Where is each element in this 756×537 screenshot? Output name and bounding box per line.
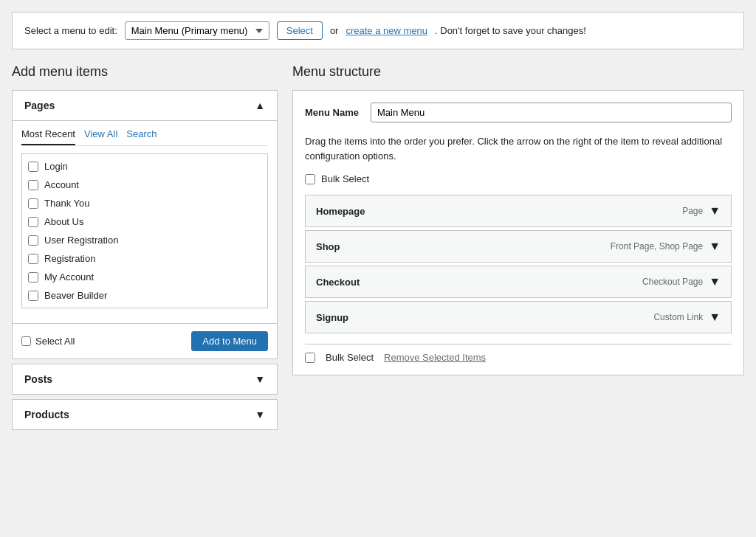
products-panel-title: Products bbox=[24, 409, 69, 420]
bulk-select-top-checkbox[interactable] bbox=[305, 174, 315, 184]
pages-tabs: Most Recent View All Search bbox=[21, 128, 268, 146]
products-panel-expand-icon[interactable]: ▼ bbox=[255, 409, 265, 420]
menu-item-right: Custom Link▼ bbox=[653, 311, 721, 324]
chevron-down-icon[interactable]: ▼ bbox=[709, 311, 721, 324]
menu-item-name: Homepage bbox=[316, 206, 365, 217]
list-item[interactable]: Registration bbox=[22, 249, 267, 268]
bulk-select-bottom-checkbox[interactable] bbox=[305, 353, 315, 363]
chevron-down-icon[interactable]: ▼ bbox=[709, 240, 721, 253]
pages-panel-footer: Select All Add to Menu bbox=[13, 323, 277, 358]
bulk-select-bottom-row: Bulk Select Remove Selected Items bbox=[305, 344, 732, 363]
table-row[interactable]: HomepagePage▼ bbox=[305, 195, 732, 227]
menu-name-label: Menu Name bbox=[305, 107, 359, 118]
page-item-label: Account bbox=[44, 179, 79, 190]
page-item-label: About Us bbox=[44, 216, 83, 227]
list-item[interactable]: Login bbox=[22, 157, 267, 176]
bulk-select-bottom-label: Bulk Select bbox=[326, 352, 374, 363]
pages-panel-title: Pages bbox=[24, 100, 55, 111]
instruction-text: Drag the items into the order you prefer… bbox=[305, 134, 732, 163]
menu-structure-panel: Menu Name Drag the items into the order … bbox=[292, 90, 744, 375]
menu-item-right: Page▼ bbox=[682, 204, 721, 218]
menu-name-row: Menu Name bbox=[305, 103, 732, 122]
add-to-menu-button[interactable]: Add to Menu bbox=[191, 331, 268, 351]
page-checkbox[interactable] bbox=[28, 198, 38, 209]
pages-list-wrapper: LoginAccountThank YouAbout UsUser Regist… bbox=[21, 153, 268, 308]
select-all-wrapper: Select All bbox=[21, 336, 75, 347]
remove-selected-link[interactable]: Remove Selected Items bbox=[384, 352, 486, 363]
page-checkbox[interactable] bbox=[28, 162, 38, 172]
menu-item-left: Shop bbox=[316, 241, 340, 252]
menu-item-name: Signup bbox=[316, 312, 348, 323]
menu-item-right: Checkout Page▼ bbox=[642, 275, 721, 288]
posts-panel-expand-icon[interactable]: ▼ bbox=[255, 373, 265, 385]
page-checkbox[interactable] bbox=[28, 272, 38, 283]
or-text: or bbox=[330, 25, 339, 36]
list-item[interactable]: User Registration bbox=[22, 231, 267, 249]
products-panel-header[interactable]: Products ▼ bbox=[13, 400, 277, 429]
page-checkbox[interactable] bbox=[28, 291, 38, 301]
products-panel: Products ▼ bbox=[12, 399, 278, 430]
bulk-select-top-label: Bulk Select bbox=[321, 173, 369, 184]
posts-panel-header[interactable]: Posts ▼ bbox=[13, 364, 277, 394]
list-item[interactable]: Beaver Builder bbox=[22, 286, 267, 305]
menu-item-meta: Page bbox=[682, 206, 703, 216]
page-checkbox[interactable] bbox=[28, 235, 38, 246]
tab-search[interactable]: Search bbox=[126, 128, 157, 145]
list-item[interactable]: Thank You bbox=[22, 194, 267, 212]
page-checkbox[interactable] bbox=[28, 217, 38, 227]
menu-item-name: Shop bbox=[316, 241, 340, 252]
page-checkbox[interactable] bbox=[28, 180, 38, 190]
table-row[interactable]: SignupCustom Link▼ bbox=[305, 301, 732, 333]
table-row[interactable]: ShopFront Page, Shop Page▼ bbox=[305, 230, 732, 263]
page-item-label: Thank You bbox=[44, 198, 89, 209]
menu-item-meta: Front Page, Shop Page bbox=[611, 241, 703, 252]
page-item-label: Registration bbox=[44, 253, 95, 264]
create-new-menu-link[interactable]: create a new menu bbox=[346, 25, 427, 36]
bulk-select-top-row: Bulk Select bbox=[305, 173, 732, 184]
menu-select-dropdown[interactable]: Main Menu (Primary menu)Footer MenuSecon… bbox=[125, 21, 269, 40]
page-item-label: User Registration bbox=[44, 235, 118, 246]
tab-view-all[interactable]: View All bbox=[84, 128, 117, 145]
pages-panel-collapse-icon[interactable]: ▲ bbox=[255, 100, 265, 111]
right-column: Menu structure Menu Name Drag the items … bbox=[292, 64, 744, 375]
menu-item-name: Checkout bbox=[316, 277, 360, 288]
tab-most-recent[interactable]: Most Recent bbox=[21, 128, 75, 145]
menu-name-input[interactable] bbox=[371, 103, 732, 122]
posts-panel-title: Posts bbox=[24, 373, 52, 385]
chevron-down-icon[interactable]: ▼ bbox=[709, 275, 721, 288]
select-all-checkbox[interactable] bbox=[21, 336, 31, 346]
chevron-down-icon[interactable]: ▼ bbox=[709, 204, 721, 218]
menu-item-right: Front Page, Shop Page▼ bbox=[611, 240, 721, 253]
page-checkbox[interactable] bbox=[28, 254, 38, 264]
page-item-label: Beaver Builder bbox=[44, 290, 107, 301]
menu-item-left: Homepage bbox=[316, 206, 365, 217]
select-all-label: Select All bbox=[35, 336, 75, 347]
table-row[interactable]: CheckoutCheckout Page▼ bbox=[305, 266, 732, 298]
pages-panel-body: Most Recent View All Search LoginAccount… bbox=[13, 120, 277, 323]
reminder-text: . Don't forget to save your changes! bbox=[435, 25, 586, 36]
pages-panel: Pages ▲ Most Recent View All Search Logi… bbox=[12, 90, 278, 359]
pages-panel-header[interactable]: Pages ▲ bbox=[13, 91, 277, 120]
add-menu-items-heading: Add menu items bbox=[12, 64, 278, 80]
page-item-label: Login bbox=[44, 161, 68, 172]
list-item[interactable]: My Account bbox=[22, 268, 267, 286]
menu-item-meta: Checkout Page bbox=[642, 277, 703, 287]
posts-panel: Posts ▼ bbox=[12, 364, 278, 395]
select-menu-label: Select a menu to edit: bbox=[24, 25, 117, 36]
left-column: Add menu items Pages ▲ Most Recent View … bbox=[12, 64, 278, 434]
top-bar: Select a menu to edit: Main Menu (Primar… bbox=[12, 12, 744, 49]
menu-item-left: Signup bbox=[316, 312, 348, 323]
menu-item-meta: Custom Link bbox=[653, 312, 703, 322]
select-button[interactable]: Select bbox=[277, 21, 323, 40]
menu-structure-heading: Menu structure bbox=[292, 64, 744, 80]
page-item-label: My Account bbox=[44, 271, 94, 283]
menu-items-list: HomepagePage▼ShopFront Page, Shop Page▼C… bbox=[305, 195, 732, 333]
pages-list: LoginAccountThank YouAbout UsUser Regist… bbox=[22, 154, 267, 308]
list-item[interactable]: Account bbox=[22, 176, 267, 194]
list-item[interactable]: About Us bbox=[22, 212, 267, 231]
menu-item-left: Checkout bbox=[316, 277, 360, 288]
